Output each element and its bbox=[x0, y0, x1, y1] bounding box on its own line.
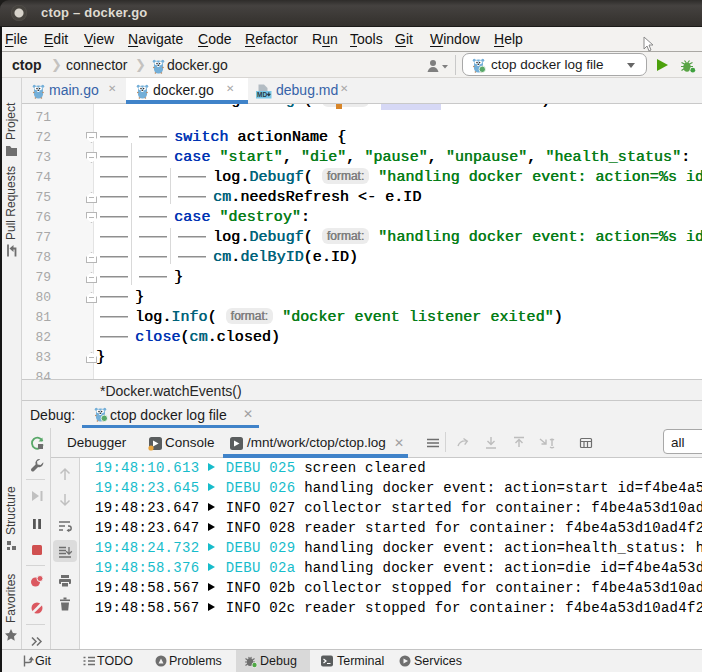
svg-text:MD: MD bbox=[257, 91, 267, 98]
